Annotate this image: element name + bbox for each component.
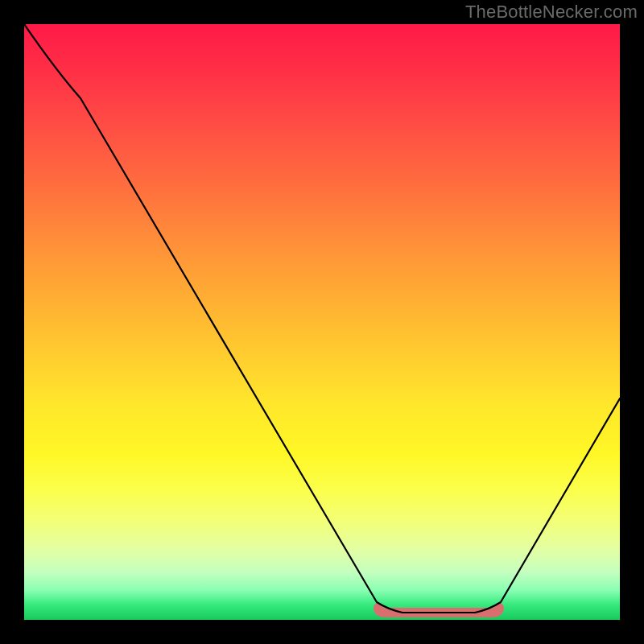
bottleneck-curve <box>24 24 620 613</box>
watermark-text: TheBottleNecker.com <box>465 2 638 23</box>
plot-area <box>24 24 620 620</box>
curve-overlay <box>24 24 620 620</box>
chart-frame: TheBottleNecker.com <box>0 0 644 644</box>
